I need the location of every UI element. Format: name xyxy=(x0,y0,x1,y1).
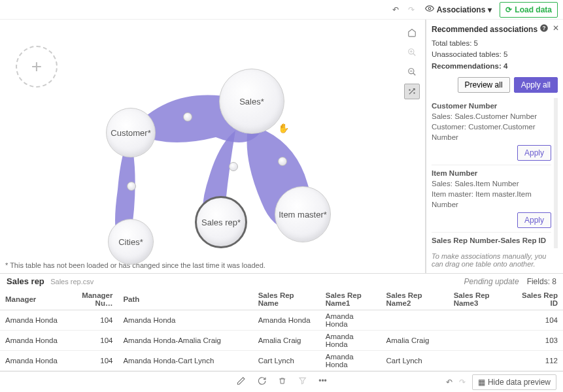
table-row[interactable]: Amanda Honda104Amanda Honda-Cart LynchCa… xyxy=(0,351,563,371)
more-icon[interactable]: ••• xyxy=(318,376,327,387)
column-header[interactable]: Sales Rep ID xyxy=(516,289,563,310)
grab-cursor-icon: ✋ xyxy=(278,123,289,133)
recommendation-card: Item Number Sales: Sales.Item Number Ite… xyxy=(432,165,551,233)
column-header[interactable]: Path xyxy=(118,289,252,310)
association-joint[interactable] xyxy=(183,112,192,122)
column-header[interactable]: Manager Nu… xyxy=(67,289,118,310)
preview-grid: ManagerManager Nu…PathSales Rep NameSale… xyxy=(0,289,563,372)
redo-footer-icon: ↷ xyxy=(459,378,466,387)
preview-table-name: Sales rep xyxy=(7,276,44,286)
panel-summary: Total tables: 5 Unassociated tables: 5 R… xyxy=(432,38,558,72)
top-toolbar: ↶ ↷ Associations ▾ ⟳ Load data xyxy=(0,0,563,20)
svg-point-8 xyxy=(409,90,410,90)
column-header[interactable]: Sales Rep Name1 xyxy=(320,289,381,310)
column-header[interactable]: Sales Rep Name3 xyxy=(449,289,516,310)
rec-title: Sales Rep Number-Sales Rep ID xyxy=(432,237,551,244)
column-header[interactable]: Sales Rep Name xyxy=(253,289,320,310)
preview-header: Sales rep Sales rep.csv Pending update F… xyxy=(0,273,563,289)
svg-line-6 xyxy=(413,73,416,76)
view-label: Associations xyxy=(437,5,486,14)
panel-hint: To make associations manually, you can d… xyxy=(432,252,558,268)
table-bubble-itemmaster[interactable]: Item master* xyxy=(275,186,331,242)
pending-label: Pending update xyxy=(464,277,519,286)
association-canvas[interactable]: + Sales* Customer* Cities* Sales rep* It… xyxy=(0,20,426,273)
bottom-toolbar: ••• ↶ ↷ ▦ Hide data preview xyxy=(0,371,563,392)
svg-point-0 xyxy=(428,7,431,10)
zoom-out-icon[interactable] xyxy=(404,64,420,80)
association-joint[interactable] xyxy=(229,162,238,171)
apply-button[interactable]: Apply xyxy=(517,212,551,228)
table-row[interactable]: Amanda Honda104Amanda HondaAmanda HondaA… xyxy=(0,310,563,331)
apply-all-button[interactable]: Apply all xyxy=(514,77,558,93)
association-joint[interactable] xyxy=(278,157,287,166)
svg-text:?: ? xyxy=(543,25,546,31)
rec-line: Sales: Sales.Item Number xyxy=(432,178,551,189)
filter-icon xyxy=(298,376,307,387)
rec-line: Customer: Customer.Customer Number xyxy=(432,122,551,142)
edit-icon[interactable] xyxy=(236,376,245,387)
rec-title: Item Number xyxy=(432,169,551,177)
svg-line-2 xyxy=(413,54,416,56)
recommendation-list: Customer Number Sales: Sales.Customer Nu… xyxy=(432,98,558,248)
table-bubble-salesrep[interactable]: Sales rep* xyxy=(195,196,247,248)
rec-title: Customer Number xyxy=(432,102,551,110)
chevron-down-icon: ▾ xyxy=(488,5,492,14)
rec-line: Item master: Item master.Item Number xyxy=(432,189,551,210)
recommendation-card: Customer Number Sales: Sales.Customer Nu… xyxy=(432,98,551,165)
undo-icon[interactable]: ↶ xyxy=(390,4,401,16)
reload-icon: ⟳ xyxy=(505,5,512,14)
eye-icon xyxy=(425,4,434,15)
column-header[interactable]: Sales Rep Name2 xyxy=(381,289,449,310)
load-data-button[interactable]: ⟳ Load data xyxy=(500,2,558,18)
delete-icon[interactable] xyxy=(278,376,286,387)
apply-button[interactable]: Apply xyxy=(517,145,551,161)
table-bubble-sales[interactable]: Sales* xyxy=(219,69,284,134)
table-row[interactable]: Amanda Honda104Amanda Honda-Amalia Craig… xyxy=(0,331,563,351)
zoom-in-icon[interactable] xyxy=(404,44,420,60)
canvas-toolbar xyxy=(404,25,420,99)
table-bubble-customer[interactable]: Customer* xyxy=(106,108,156,157)
undo-footer-icon[interactable]: ↶ xyxy=(446,378,452,387)
refresh-icon[interactable] xyxy=(257,376,266,387)
recommendations-panel: ? ✕ Recommended associations Total table… xyxy=(426,20,563,273)
rec-line: Sales: Sales.Customer Number xyxy=(432,111,551,122)
view-dropdown[interactable]: Associations ▾ xyxy=(421,3,496,16)
column-header[interactable]: Manager xyxy=(0,289,67,310)
redo-icon: ↷ xyxy=(405,4,417,16)
preview-all-button[interactable]: Preview all xyxy=(458,77,510,93)
table-bubble-cities[interactable]: Cities* xyxy=(108,219,154,265)
load-label: Load data xyxy=(515,5,552,14)
preview-file-name: Sales rep.csv xyxy=(50,278,94,286)
svg-point-9 xyxy=(414,93,415,93)
help-icon[interactable]: ? xyxy=(539,24,549,35)
rec-line: Sales: Sales Rep Number xyxy=(432,246,551,248)
recommendation-card: Sales Rep Number-Sales Rep ID Sales: Sal… xyxy=(432,233,551,248)
table-icon: ▦ xyxy=(478,378,485,387)
hide-preview-button[interactable]: ▦ Hide data preview xyxy=(472,374,556,390)
association-joint[interactable] xyxy=(127,182,136,191)
magic-wand-icon[interactable] xyxy=(404,84,420,99)
close-icon[interactable]: ✕ xyxy=(553,24,559,35)
home-icon[interactable] xyxy=(404,25,420,41)
